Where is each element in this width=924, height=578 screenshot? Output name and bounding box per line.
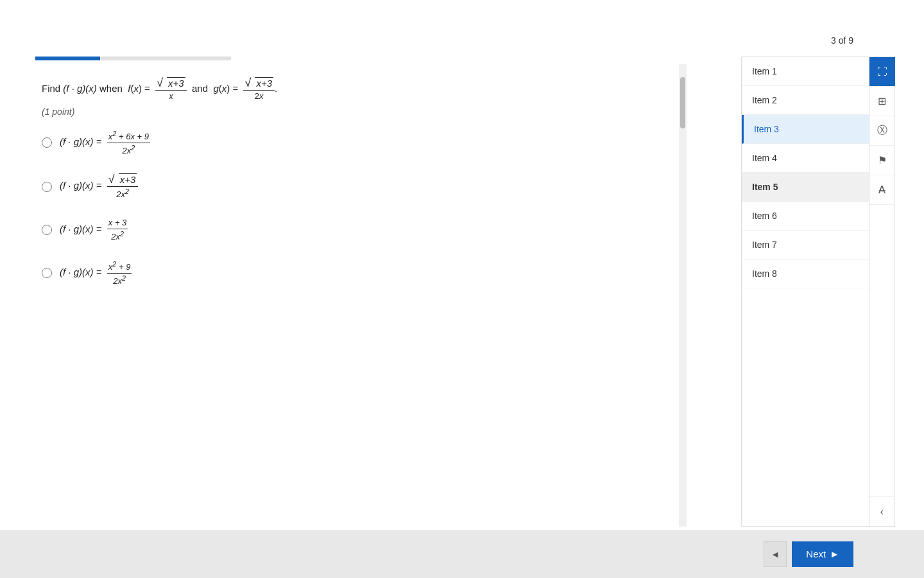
point-label: (1 point) <box>42 107 680 117</box>
question-text: Find (f · g)(x) when f(x) = √x+3 x and g… <box>42 77 680 101</box>
radio-opt2[interactable] <box>42 182 52 192</box>
flag-icon-btn[interactable]: ⚑ <box>869 146 895 175</box>
g-formula: √x+3 2x <box>243 77 275 101</box>
question-area: Find (f · g)(x) when f(x) = √x+3 x and g… <box>35 64 687 527</box>
radio-opt1[interactable] <box>42 137 52 148</box>
prev-button[interactable]: ◄ <box>764 541 787 567</box>
answer-option-4[interactable]: (f · g)(x) = x2 + 9 2x2 <box>42 260 680 286</box>
footer: ◄ Next ► <box>0 530 924 578</box>
sidebar-item-item1[interactable]: Item 1 <box>742 57 869 86</box>
sidebar-icon-panel: ⛶⊞Ⓧ⚑A̶‹ <box>869 57 895 527</box>
f-formula: √x+3 x <box>155 77 187 101</box>
progress-bar-container <box>35 57 231 60</box>
expand-icon-btn[interactable]: ⛶ <box>869 57 895 87</box>
scroll-indicator <box>679 64 687 527</box>
answer-option-1[interactable]: (f · g)(x) = x2 + 6x + 9 2x2 <box>42 130 680 156</box>
radio-opt3[interactable] <box>42 225 52 235</box>
radio-opt4[interactable] <box>42 268 52 278</box>
sidebar-item-item7[interactable]: Item 7 <box>742 231 869 259</box>
grid-icon-btn[interactable]: ⊞ <box>869 87 895 116</box>
next-label: Next <box>806 548 826 559</box>
sidebar-item-item3[interactable]: Item 3 <box>742 115 869 144</box>
sidebar-item-item5[interactable]: Item 5 <box>742 173 869 202</box>
sidebar-item-item6[interactable]: Item 6 <box>742 202 869 231</box>
circle-x-icon-btn[interactable]: Ⓧ <box>869 116 895 146</box>
sidebar-item-item4[interactable]: Item 4 <box>742 144 869 173</box>
progress-bar-fill <box>35 57 100 60</box>
sidebar-item-list: Item 1Item 2Item 3Item 4Item 5Item 6Item… <box>741 57 869 527</box>
sidebar: Item 1Item 2Item 3Item 4Item 5Item 6Item… <box>741 57 895 527</box>
strikethrough-icon-btn[interactable]: A̶ <box>869 175 895 205</box>
answer-option-2[interactable]: (f · g)(x) = √x+3 2x2 <box>42 173 680 200</box>
sidebar-item-item8[interactable]: Item 8 <box>742 259 869 288</box>
next-button[interactable]: Next ► <box>792 541 853 567</box>
next-arrow-icon: ► <box>830 548 839 559</box>
scroll-thumb[interactable] <box>680 77 685 128</box>
page-counter: 3 of 9 <box>831 35 853 46</box>
answer-option-3[interactable]: (f · g)(x) = x + 3 2x2 <box>42 218 680 242</box>
sidebar-item-item2[interactable]: Item 2 <box>742 86 869 115</box>
collapse-sidebar-button[interactable]: ‹ <box>869 496 895 526</box>
